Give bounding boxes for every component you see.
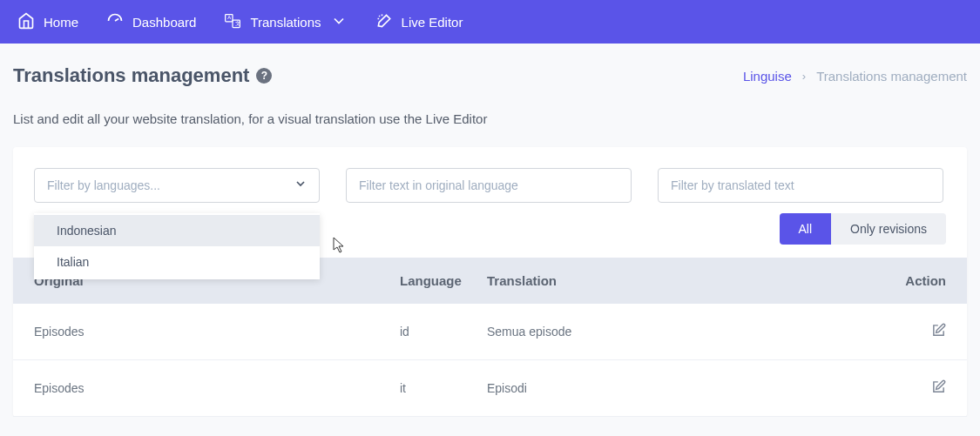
cell-lang: id [400,325,487,339]
wand-icon [375,12,393,32]
cell-lang: it [400,381,487,395]
original-text-input[interactable] [346,168,632,203]
cell-translation: Semua episode [487,325,894,339]
translations-table: Original Language Translation Action Epi… [13,258,967,417]
svg-text:文: 文 [235,20,240,26]
breadcrumb-root[interactable]: Linguise [743,69,792,84]
nav-translations-label: Translations [250,15,321,30]
breadcrumb-current: Translations management [816,69,967,84]
translated-text-input[interactable] [658,168,943,203]
nav-home[interactable]: Home [17,12,78,32]
help-icon[interactable]: ? [256,68,272,84]
breadcrumb: Linguise › Translations management [743,69,967,84]
cell-original: Episodes [34,325,400,339]
nav-live-editor-label: Live Editor [402,15,463,30]
table-row: Episodes id Semua episode [13,304,967,360]
svg-text:A: A [228,15,232,20]
nav-home-label: Home [44,15,78,30]
th-action: Action [894,273,946,288]
filter-card: Indonesian Italian All Only revisions Or… [13,147,967,417]
edit-icon[interactable] [931,383,946,397]
chevron-right-icon: › [802,70,806,83]
table-row: Episodes it Episodi [13,360,967,417]
gauge-icon [106,12,124,32]
th-translation: Translation [487,273,894,288]
nav-dashboard[interactable]: Dashboard [106,12,196,32]
nav-dashboard-label: Dashboard [132,15,196,30]
translate-icon: A文 [224,12,241,32]
chevron-down-icon [330,12,348,32]
language-filter-input[interactable] [34,168,320,203]
toggle-revisions-button[interactable]: Only revisions [831,213,946,245]
cell-translation: Episodi [487,381,894,395]
top-nav: Home Dashboard A文 Translations Live Edit… [0,0,980,44]
language-dropdown: Indonesian Italian [34,213,320,279]
nav-live-editor[interactable]: Live Editor [375,12,463,32]
dropdown-item-italian[interactable]: Italian [34,246,320,278]
th-language: Language [400,273,487,288]
cell-original: Episodes [34,381,400,395]
toggle-all-button[interactable]: All [780,213,832,245]
home-icon [17,12,35,32]
revision-toggle: All Only revisions [780,213,946,245]
edit-icon[interactable] [931,326,946,340]
dropdown-item-indonesian[interactable]: Indonesian [34,215,320,246]
page-subtitle: List and edit all your website translati… [13,111,967,126]
page-title: Translations management ? [13,64,272,87]
nav-translations[interactable]: A文 Translations [224,12,347,32]
